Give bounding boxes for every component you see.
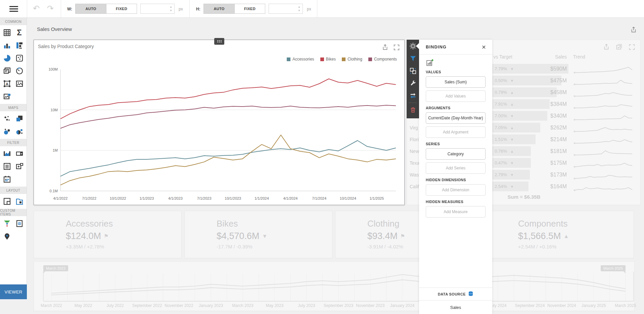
range-axis-label: November 2022 xyxy=(160,303,197,308)
add-button-arguments[interactable]: Add Argument xyxy=(426,126,486,138)
trend-sparkline xyxy=(573,181,634,192)
tree-view-icon[interactable] xyxy=(13,160,26,173)
bar-chart-icon[interactable] xyxy=(1,39,13,52)
map-pin-icon[interactable] xyxy=(1,230,13,243)
binding-chip[interactable]: Sales (Sum) xyxy=(426,76,486,88)
range-axis-label: September 2023 xyxy=(320,303,357,308)
gauge-icon[interactable] xyxy=(13,65,26,77)
bound-image-icon[interactable] xyxy=(1,90,13,103)
card-title: Accessories xyxy=(66,219,181,229)
group-icon[interactable] xyxy=(1,195,13,208)
range-axis-label: January 2023 xyxy=(192,303,229,308)
table-icon[interactable] xyxy=(1,26,13,39)
kpi-card-accessories[interactable]: Accessories$124.0M⚑+3.35M / +2.78% xyxy=(34,211,182,258)
trend-sparkline xyxy=(573,145,634,157)
down-indicator-icon: ▼ xyxy=(262,233,268,239)
choropleth-map-icon[interactable] xyxy=(13,112,26,125)
funnel-icon[interactable] xyxy=(1,217,13,230)
wrench-icon[interactable] xyxy=(407,77,419,89)
webpage-icon[interactable] xyxy=(13,217,26,230)
add-button-hidden-dimensions[interactable]: Add Dimension xyxy=(426,184,486,196)
x-axis-label: 7/1/2023 xyxy=(192,196,216,200)
dashboard-designer: ↶ ↷ W: AUTO FIXED ▲▼ px H: AUTO FIXED ▲▼… xyxy=(0,0,644,314)
add-chart-icon[interactable] xyxy=(426,58,434,66)
text-box-icon[interactable]: A xyxy=(1,77,13,90)
sales-cell: $181M xyxy=(516,145,567,157)
multi-select-icon[interactable] xyxy=(615,43,622,50)
width-spinner[interactable]: ▲▼ xyxy=(169,5,173,13)
range-filter-icon[interactable] xyxy=(1,147,13,160)
kpi-card-bikes[interactable]: Bikes$4,570.6M▼-17.7M / -0.39% xyxy=(184,211,332,258)
layout-chart-icon[interactable] xyxy=(13,39,26,52)
data-source-name[interactable]: Sales xyxy=(419,301,492,314)
sales-cell: $214M xyxy=(516,133,567,145)
range-filter-item[interactable]: March 2022 March 2025 March 2022May 2022… xyxy=(34,261,635,311)
maximize-icon[interactable] xyxy=(628,43,635,50)
height-input[interactable] xyxy=(270,4,296,13)
section-label-hidden-dimensions: HIDDEN DIMENSIONS xyxy=(426,178,486,182)
x-axis-label: 7/1/2022 xyxy=(78,196,101,200)
binding-chip[interactable]: CurrentDate (Day-Month-Year) xyxy=(426,112,486,124)
add-button-series[interactable]: Add Series xyxy=(426,162,486,174)
down-arrow-icon: ▼ xyxy=(508,133,516,145)
page-title: Sales Overview xyxy=(37,26,72,32)
trend-sparkline xyxy=(573,75,634,86)
date-filter-icon[interactable] xyxy=(1,173,13,186)
up-arrow-icon: ▲ xyxy=(508,145,516,157)
range-axis-label: March 2023 xyxy=(224,303,261,308)
line-chart: 100M10M1M0.1M4/1/20227/1/202210/1/20221/… xyxy=(34,40,405,205)
add-button-hidden-measures[interactable]: Add Measure xyxy=(426,206,486,218)
redo-icon[interactable]: ↷ xyxy=(47,3,54,13)
geo-point-map-icon[interactable] xyxy=(1,112,13,125)
tab-container-icon[interactable] xyxy=(13,195,26,208)
dashboard-export-icon[interactable] xyxy=(630,26,638,34)
image-icon[interactable] xyxy=(13,77,26,90)
chart-item[interactable]: Sales by Product Category AccessoriesBik… xyxy=(34,40,405,205)
convert-icon[interactable] xyxy=(407,89,419,102)
down-arrow-icon: ▼ xyxy=(508,63,516,75)
close-icon[interactable]: ✕ xyxy=(480,43,488,51)
export-icon[interactable] xyxy=(603,43,609,50)
width-label: W: xyxy=(67,7,72,11)
range-axis-label: January 2025 xyxy=(575,303,612,308)
pie-map-icon[interactable] xyxy=(13,125,26,138)
item-options-strip xyxy=(407,40,419,118)
card-title: Bikes xyxy=(217,219,332,229)
filter-icon[interactable] xyxy=(407,52,419,65)
width-auto-button[interactable]: AUTO xyxy=(75,4,106,14)
pie-icon[interactable] xyxy=(1,52,13,65)
trend-sparkline xyxy=(573,110,634,122)
binding-chip[interactable]: Category xyxy=(426,148,486,160)
section-label-values: VALUES xyxy=(426,70,486,74)
menu-icon[interactable] xyxy=(9,5,19,13)
height-spinner[interactable]: ▲▼ xyxy=(297,5,301,13)
card-delta: -17.7M / -0.39% xyxy=(217,244,332,249)
list-box-icon[interactable] xyxy=(1,160,13,173)
x-axis-label: 1/1/2025 xyxy=(365,196,388,200)
undo-icon[interactable]: ↶ xyxy=(33,3,40,13)
trash-icon[interactable] xyxy=(407,104,419,116)
card-delta: +2.54M / +0.16% xyxy=(518,244,634,249)
range-axis-label: January 2024 xyxy=(384,303,421,308)
range-end-flag[interactable]: March 2025 xyxy=(601,265,626,271)
bubble-map-icon[interactable] xyxy=(1,125,13,138)
width-input[interactable] xyxy=(142,4,168,13)
height-auto-button[interactable]: AUTO xyxy=(203,4,234,14)
height-fixed-button[interactable]: FIXED xyxy=(234,4,265,14)
range-axis-label: September 2022 xyxy=(129,303,166,308)
trend-sparkline xyxy=(573,63,634,75)
viewer-button[interactable]: VIEWER xyxy=(0,284,27,299)
x-axis-label: 10/1/2022 xyxy=(106,196,130,200)
scatter-icon[interactable] xyxy=(13,52,26,65)
width-fixed-button[interactable]: FIXED xyxy=(106,4,137,14)
combo-box-icon[interactable] xyxy=(13,147,26,160)
sigma-icon[interactable]: Σ xyxy=(13,26,26,39)
add-button-values[interactable]: Add Values xyxy=(426,90,486,102)
width-input-group: ▲▼ xyxy=(140,4,175,14)
range-start-flag[interactable]: March 2022 xyxy=(43,265,68,271)
range-axis-label: May 2022 xyxy=(65,303,102,308)
interactivity-icon[interactable] xyxy=(407,65,419,77)
kpi-card-components[interactable]: Components$1,566.5M▲+2.54M / +0.16% xyxy=(486,211,634,258)
card-icon[interactable] xyxy=(1,65,13,77)
sales-cell: $384M xyxy=(516,98,567,110)
